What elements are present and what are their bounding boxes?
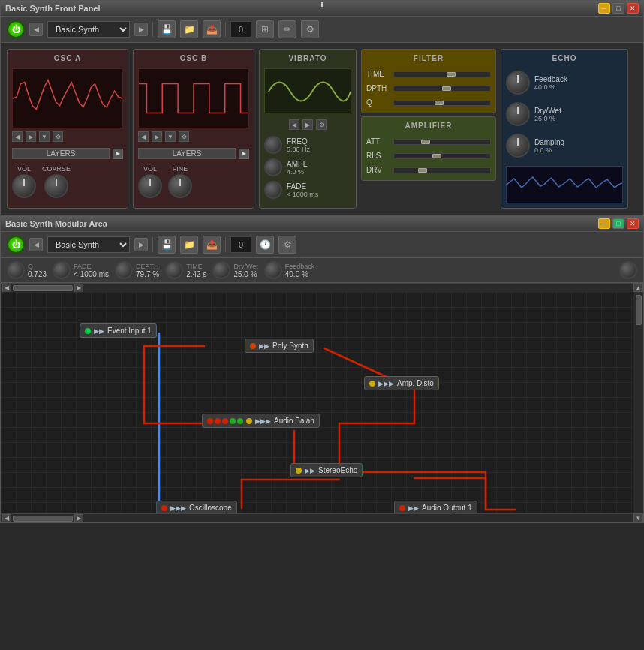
osc-b-settings[interactable]: ⚙ bbox=[179, 131, 189, 142]
node-oscilloscope-label: Oscilloscope bbox=[189, 504, 232, 512]
osc-a-layers-btn[interactable]: ▶ bbox=[113, 149, 123, 159]
modular-save-button[interactable]: 💾 bbox=[158, 236, 176, 254]
node-graph[interactable]: ▶▶ Event Input 1 ▶▶ Poly Synth ▶▶▶ Amp. … bbox=[1, 292, 633, 513]
node-audio-output[interactable]: ▶▶ Audio Output 1 bbox=[394, 501, 477, 513]
osc-b-next[interactable]: ▶ bbox=[152, 131, 162, 142]
modular-next-preset[interactable]: ▶ bbox=[134, 238, 148, 251]
grid-button[interactable]: ⊞ bbox=[256, 20, 274, 38]
settings-button[interactable]: ⚙ bbox=[301, 20, 319, 38]
osc-a-title: OSC A bbox=[12, 54, 123, 62]
modular-toolbar-sep bbox=[152, 237, 153, 252]
prev-preset-button[interactable]: ◀ bbox=[29, 23, 43, 36]
amp-att-thumb[interactable] bbox=[421, 140, 430, 144]
vibrato-section: VIBRATO ◀ ▶ ⚙ FREQ 5.30 Hz bbox=[259, 49, 357, 209]
export-button[interactable]: 📤 bbox=[203, 20, 221, 38]
echo-drywet-knob[interactable] bbox=[506, 102, 530, 126]
scroll-thumb-h-2[interactable] bbox=[13, 516, 73, 522]
modular-minimize-button[interactable]: ─ bbox=[598, 218, 610, 229]
param-time-label: TIME bbox=[186, 263, 206, 270]
param-depth-knob[interactable] bbox=[115, 261, 133, 279]
osc-b-down[interactable]: ▼ bbox=[165, 131, 176, 142]
osc-b-layers-btn[interactable]: ▶ bbox=[239, 149, 249, 159]
filter-time-thumb[interactable] bbox=[447, 72, 456, 77]
vibrato-fade-knob[interactable] bbox=[264, 181, 282, 199]
modular-power-button[interactable]: ⏻ bbox=[7, 236, 25, 254]
amp-drv-row: DRV bbox=[366, 166, 491, 174]
next-preset-button[interactable]: ▶ bbox=[134, 23, 148, 36]
node-graph-container: ◀ ▶ bbox=[1, 283, 633, 522]
scroll-left-arrow[interactable]: ◀ bbox=[2, 284, 11, 293]
param-q-knob[interactable] bbox=[7, 261, 25, 279]
filter-time-slider[interactable] bbox=[393, 71, 491, 77]
amp-drv-slider[interactable] bbox=[393, 167, 491, 173]
restore-button[interactable]: □ bbox=[612, 3, 624, 14]
vibrato-freq-knob[interactable] bbox=[264, 136, 282, 154]
node-stereoecho-dot bbox=[296, 468, 302, 474]
osc-a-down[interactable]: ▼ bbox=[39, 131, 50, 142]
param-fade-knob[interactable] bbox=[53, 261, 71, 279]
filter-q-slider[interactable] bbox=[393, 100, 491, 106]
param-feedback-knob[interactable] bbox=[264, 261, 282, 279]
horizontal-scrollbar[interactable]: ◀ ▶ bbox=[1, 283, 633, 292]
amp-drv-thumb[interactable] bbox=[418, 168, 427, 173]
scroll-right-2[interactable]: ▶ bbox=[74, 514, 83, 523]
osc-a-settings[interactable]: ⚙ bbox=[53, 131, 63, 142]
osc-a-prev[interactable]: ◀ bbox=[12, 131, 23, 142]
filter-dpth-thumb[interactable] bbox=[442, 86, 451, 91]
edit-button[interactable]: ✏ bbox=[278, 20, 296, 38]
osc-b-vol-knob[interactable] bbox=[138, 174, 162, 198]
vibrato-ampl-knob[interactable] bbox=[264, 158, 282, 176]
amp-rls-slider[interactable] bbox=[393, 153, 491, 159]
node-amp-disto[interactable]: ▶▶▶ Amp. Disto bbox=[364, 376, 439, 390]
modular-clock-button[interactable]: 🕐 bbox=[256, 236, 274, 254]
amp-rls-thumb[interactable] bbox=[432, 154, 441, 158]
echo-feedback-knob[interactable] bbox=[506, 71, 530, 95]
scroll-left-2[interactable]: ◀ bbox=[2, 514, 11, 523]
modular-close-button[interactable]: ✕ bbox=[627, 218, 639, 229]
osc-b-fine-knob[interactable] bbox=[168, 174, 192, 198]
modular-preset-select[interactable]: Basic Synth bbox=[47, 236, 130, 253]
node-audio-balan[interactable]: ▶▶▶ Audio Balan bbox=[202, 414, 320, 428]
filter-dpth-slider[interactable] bbox=[393, 86, 491, 92]
scroll-up-arrow[interactable]: ▲ bbox=[633, 283, 643, 292]
modular-settings-button[interactable]: ⚙ bbox=[278, 236, 296, 254]
amp-drv-label: DRV bbox=[366, 166, 390, 174]
modular-load-button[interactable]: 📁 bbox=[180, 236, 198, 254]
toolbar-separator-2 bbox=[225, 22, 226, 37]
scroll-thumb-v[interactable] bbox=[636, 295, 642, 325]
node-stereoecho[interactable]: ▶▶ StereoEcho bbox=[290, 463, 363, 477]
osc-b-fine-group: FINE bbox=[168, 165, 192, 198]
osc-b-prev[interactable]: ◀ bbox=[138, 131, 149, 142]
vibrato-fade-row: FADE < 1000 ms bbox=[264, 181, 351, 199]
scroll-thumb-h[interactable] bbox=[13, 285, 73, 291]
scroll-right-arrow[interactable]: ▶ bbox=[74, 284, 83, 293]
param-drywet-knob[interactable] bbox=[212, 261, 230, 279]
vertical-scrollbar[interactable]: ▲ ▼ bbox=[633, 283, 643, 522]
scroll-down-arrow[interactable]: ▼ bbox=[633, 513, 643, 522]
vibrato-settings[interactable]: ⚙ bbox=[316, 119, 327, 130]
save-button[interactable]: 💾 bbox=[158, 20, 176, 38]
echo-damping-knob[interactable] bbox=[506, 134, 530, 158]
vibrato-next[interactable]: ▶ bbox=[302, 119, 313, 130]
modular-prev-preset[interactable]: ◀ bbox=[29, 238, 43, 251]
node-event-input[interactable]: ▶▶ Event Input 1 bbox=[80, 323, 157, 338]
power-button[interactable]: ⏻ bbox=[7, 20, 25, 38]
osc-a-coarse-knob[interactable] bbox=[44, 174, 68, 198]
osc-a-next[interactable]: ▶ bbox=[26, 131, 36, 142]
vibrato-prev[interactable]: ◀ bbox=[289, 119, 299, 130]
load-button[interactable]: 📁 bbox=[180, 20, 198, 38]
filter-q-thumb[interactable] bbox=[435, 101, 444, 105]
amp-att-slider[interactable] bbox=[393, 139, 491, 145]
minimize-button[interactable]: ─ bbox=[598, 3, 610, 14]
node-oscilloscope[interactable]: ▶▶▶ Oscilloscope bbox=[156, 501, 237, 513]
node-stereoecho-label: StereoEcho bbox=[318, 466, 357, 474]
close-button[interactable]: ✕ bbox=[627, 3, 639, 14]
modular-export-button[interactable]: 📤 bbox=[203, 236, 221, 254]
param-time-knob[interactable] bbox=[165, 261, 183, 279]
param-extra-knob[interactable] bbox=[619, 261, 637, 279]
osc-a-vol-knob[interactable] bbox=[12, 174, 36, 198]
node-poly-synth[interactable]: ▶▶ Poly Synth bbox=[245, 339, 314, 353]
modular-restore-button[interactable]: □ bbox=[612, 218, 624, 229]
horizontal-scrollbar-bottom[interactable]: ◀ ▶ bbox=[1, 513, 633, 522]
preset-select[interactable]: Basic Synth bbox=[47, 21, 130, 38]
